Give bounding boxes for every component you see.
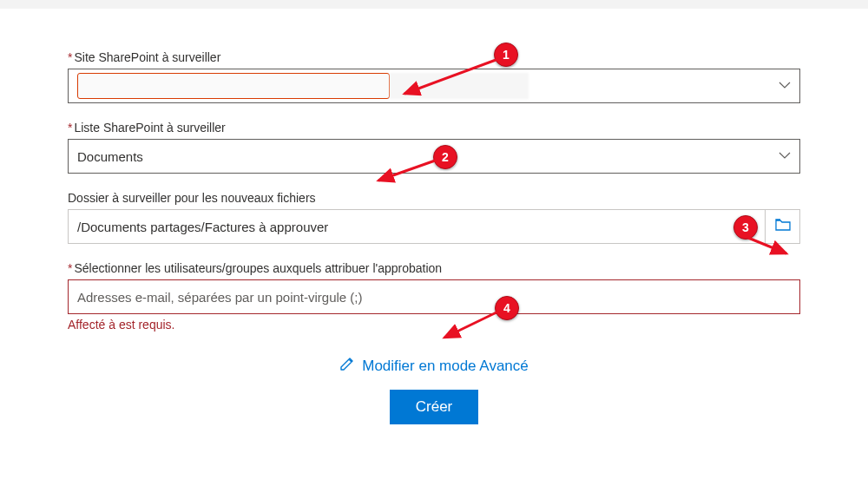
create-button-label: Créer: [416, 398, 453, 415]
svg-line-2: [748, 238, 786, 253]
svg-line-3: [444, 312, 498, 338]
folder-label: Dossier à surveiller pour les nouveaux f…: [68, 191, 800, 205]
field-group-users: *Sélectionner les utilisateurs/groupes a…: [68, 261, 800, 332]
pencil-icon: [339, 356, 355, 376]
list-label-text: Liste SharePoint à surveiller: [74, 121, 225, 135]
folder-icon: [775, 219, 791, 234]
field-group-folder: Dossier à surveiller pour les nouveaux f…: [68, 191, 800, 244]
users-error-message: Affecté à est requis.: [68, 318, 800, 332]
folder-path-input[interactable]: /Documents partages/Factures à approuver: [68, 209, 766, 244]
form-actions: Modifier en mode Avancé Créer: [68, 356, 800, 424]
folder-input-row: /Documents partages/Factures à approuver: [68, 209, 800, 244]
edit-advanced-mode-link[interactable]: Modifier en mode Avancé: [339, 356, 529, 376]
redacted-value-highlight: [77, 73, 390, 99]
required-marker: *: [68, 121, 72, 135]
users-label: *Sélectionner les utilisateurs/groupes a…: [68, 261, 800, 275]
required-marker: *: [68, 261, 72, 275]
required-marker: *: [68, 50, 72, 64]
list-selected-value: Documents: [77, 149, 143, 164]
list-label: *Liste SharePoint à surveiller: [68, 121, 800, 135]
callout-arrow-3: [745, 234, 797, 260]
folder-path-value: /Documents partages/Factures à approuver: [77, 220, 328, 234]
chevron-down-icon: [779, 79, 791, 94]
users-email-input[interactable]: Adresses e-mail, séparées par un point-v…: [68, 279, 800, 314]
advanced-link-label: Modifier en mode Avancé: [362, 358, 529, 375]
create-button[interactable]: Créer: [390, 390, 479, 424]
callout-arrow-1: [394, 52, 507, 104]
site-label-text: Site SharePoint à surveiller: [74, 50, 220, 64]
callout-arrow-2: [370, 154, 448, 189]
folder-label-text: Dossier à surveiller pour les nouveaux f…: [68, 191, 316, 205]
users-placeholder: Adresses e-mail, séparées par un point-v…: [77, 290, 362, 305]
window-top-bar: [0, 0, 868, 9]
svg-line-1: [378, 160, 437, 181]
chevron-down-icon: [779, 149, 791, 164]
svg-line-0: [404, 59, 498, 94]
callout-arrow-4: [436, 306, 505, 345]
users-label-text: Sélectionner les utilisateurs/groupes au…: [74, 261, 442, 275]
